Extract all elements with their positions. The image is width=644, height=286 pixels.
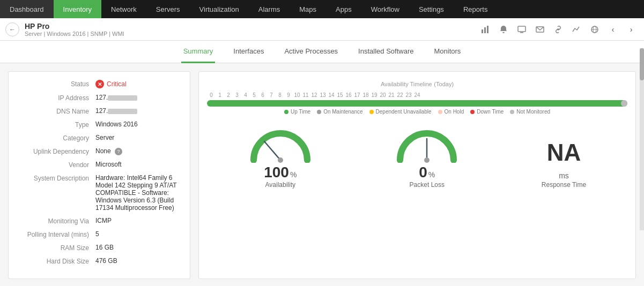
monitoring-label: Monitoring Via xyxy=(19,217,89,225)
maintenance-dot xyxy=(317,110,321,114)
packet-loss-gauge-svg xyxy=(395,125,459,163)
type-label: Type xyxy=(19,121,89,129)
nav-servers[interactable]: Servers xyxy=(146,0,190,18)
graph-icon[interactable] xyxy=(569,22,584,37)
na-value-wrap: NA xyxy=(547,134,581,171)
vendor-label: Vendor xyxy=(19,161,89,169)
svg-point-10 xyxy=(278,157,283,163)
legend-notmonitored: Not Monitored xyxy=(510,109,550,115)
critical-icon: ✕ xyxy=(95,80,104,88)
hdd-label: Hard Disk Size xyxy=(19,257,89,265)
uplink-label: Uplink Dependency xyxy=(19,147,89,155)
availability-value: 100 xyxy=(264,165,289,180)
sub-header: ← HP Pro Server | Windows 2016 | SNMP | … xyxy=(0,18,644,41)
availability-gauge: 100 % Availability xyxy=(248,125,313,189)
nav-reports[interactable]: Reports xyxy=(454,0,498,18)
timeline-bar xyxy=(207,100,627,107)
response-time-unit: ms xyxy=(559,171,569,180)
device-meta: Server | Windows 2016 | SNMP | WMI xyxy=(25,31,124,37)
svg-rect-4 xyxy=(520,32,523,33)
link-icon[interactable] xyxy=(551,22,566,37)
dns-row: DNS Name 127. xyxy=(19,107,179,115)
nav-inventory[interactable]: Inventory xyxy=(54,0,101,18)
monitor-icon[interactable] xyxy=(514,22,529,37)
category-label: Category xyxy=(19,134,89,142)
uplink-row: Uplink Dependency None ? xyxy=(19,147,179,155)
nav-apps[interactable]: Apps xyxy=(326,0,361,18)
mail-icon[interactable] xyxy=(532,22,547,37)
dependent-dot xyxy=(369,110,374,114)
ip-label: IP Address xyxy=(19,94,89,102)
response-time-gauge: NA ms Response Time xyxy=(542,134,586,189)
device-info-panel: Status ✕ Critical IP Address 127. DNS Na… xyxy=(8,71,190,279)
sys-desc-value: Hardware: Intel64 Family 6 Model 142 Ste… xyxy=(95,174,179,212)
nav-virtualization[interactable]: Virtualization xyxy=(190,0,249,18)
type-row: Type Windows 2016 xyxy=(19,121,179,129)
availability-gauge-svg xyxy=(248,125,313,163)
sys-desc-label: System Description xyxy=(19,174,89,182)
back-button[interactable]: ← xyxy=(5,22,19,36)
category-row: Category Server xyxy=(19,134,179,142)
uplink-value: None ? xyxy=(95,147,179,155)
gauges-row: 100 % Availability xyxy=(207,125,627,189)
timeline-legend: Up Time On Maintenance Dependent Unavail… xyxy=(207,109,627,115)
packet-loss-unit: % xyxy=(428,170,435,179)
monitoring-row: Monitoring Via ICMP xyxy=(19,217,179,225)
chart-icon[interactable] xyxy=(478,22,493,37)
globe-icon[interactable] xyxy=(587,22,602,37)
tab-monitors[interactable]: Monitors xyxy=(432,41,463,63)
tab-interfaces[interactable]: Interfaces xyxy=(231,41,266,63)
monitoring-value: ICMP xyxy=(95,217,179,224)
response-time-value: NA xyxy=(547,141,581,164)
polling-value: 5 xyxy=(95,230,179,238)
category-value: Server xyxy=(95,134,179,141)
polling-label: Polling Interval (mins) xyxy=(19,230,89,238)
timeline-hours: 0 1 2 3 4 5 6 7 8 9 10 11 12 13 14 15 16 xyxy=(207,92,627,98)
nav-dashboard[interactable]: Dashboard xyxy=(0,0,54,18)
header-actions: ‹ › xyxy=(478,22,639,37)
legend-dependent: Dependent Unavailable xyxy=(369,109,432,115)
ip-blur xyxy=(108,95,137,101)
timeline-title: Availability Timeline (Today) xyxy=(207,80,627,88)
bell-icon[interactable] xyxy=(496,22,511,37)
main-content: Status ✕ Critical IP Address 127. DNS Na… xyxy=(0,63,644,286)
prev-icon[interactable]: ‹ xyxy=(605,22,620,37)
packet-loss-value: 0 xyxy=(419,165,427,180)
packet-loss-gauge: 0 % Packet Loss xyxy=(395,125,459,189)
scrollbar-thumb[interactable] xyxy=(640,48,644,80)
onhold-dot xyxy=(438,110,442,114)
legend-onhold: On Hold xyxy=(438,109,464,115)
polling-row: Polling Interval (mins) 5 xyxy=(19,230,179,238)
response-time-label: Response Time xyxy=(542,181,586,189)
help-icon[interactable]: ? xyxy=(115,148,122,155)
uptime-dot xyxy=(284,110,288,114)
status-label: Status xyxy=(19,80,89,88)
tab-summary[interactable]: Summary xyxy=(181,41,216,63)
hdd-row: Hard Disk Size 476 GB xyxy=(19,257,179,265)
availability-value-wrap: 100 % xyxy=(264,163,297,180)
packet-loss-label: Packet Loss xyxy=(410,181,445,189)
status-row: Status ✕ Critical xyxy=(19,80,179,88)
next-icon[interactable]: › xyxy=(624,22,639,37)
scrollbar-track[interactable] xyxy=(640,48,644,230)
downtime-dot xyxy=(470,110,475,114)
nav-network[interactable]: Network xyxy=(101,0,146,18)
legend-uptime: Up Time xyxy=(284,109,310,115)
svg-rect-0 xyxy=(482,29,483,33)
tab-active-processes[interactable]: Active Processes xyxy=(282,41,340,63)
packet-loss-value-wrap: 0 % xyxy=(419,163,435,180)
timeline-section: Availability Timeline (Today) 0 1 2 3 4 … xyxy=(207,80,627,115)
dns-blur xyxy=(108,109,137,114)
tab-installed-software[interactable]: Installed Software xyxy=(356,41,416,63)
ram-label: RAM Size xyxy=(19,244,89,252)
legend-downtime: Down Time xyxy=(470,109,504,115)
top-nav: Dashboard Inventory Network Servers Virt… xyxy=(0,0,644,18)
nav-alarms[interactable]: Alarms xyxy=(249,0,290,18)
device-info: HP Pro Server | Windows 2016 | SNMP | WM… xyxy=(25,22,124,37)
nav-workflow[interactable]: Workflow xyxy=(361,0,409,18)
vendor-value: Microsoft xyxy=(95,161,179,168)
ram-row: RAM Size 16 GB xyxy=(19,244,179,252)
nav-maps[interactable]: Maps xyxy=(290,0,326,18)
nav-settings[interactable]: Settings xyxy=(409,0,454,18)
availability-label: Availability xyxy=(265,181,295,189)
